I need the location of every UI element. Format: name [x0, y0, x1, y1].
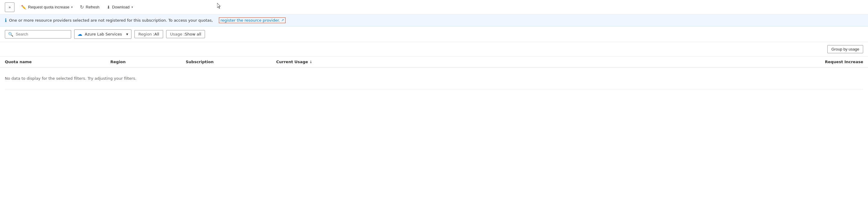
usage-filter-value: Show all: [185, 32, 201, 36]
region-header: Region: [110, 60, 126, 64]
service-dropdown-label: Azure Lab Services: [85, 32, 122, 36]
register-provider-link[interactable]: register the resource provider. ↗: [219, 17, 285, 23]
toolbar: » ✏️ Request quota increase ▾ ↻ Refresh …: [0, 0, 868, 14]
info-message-text: One or more resource providers selected …: [9, 18, 213, 23]
region-filter[interactable]: Region : All: [134, 30, 163, 38]
subscription-header: Subscription: [186, 60, 213, 64]
service-dropdown-chevron-icon: ▾: [126, 32, 128, 36]
col-region: Region: [110, 60, 186, 64]
register-provider-link-text: register the resource provider.: [220, 18, 280, 23]
col-request-increase: Request Increase: [382, 60, 863, 64]
main-container: » ✏️ Request quota increase ▾ ↻ Refresh …: [0, 0, 868, 213]
pencil-icon: ✏️: [21, 5, 26, 10]
table-body: No data to display for the selected filt…: [0, 68, 868, 89]
search-box[interactable]: 🔍: [5, 30, 71, 38]
request-quota-increase-button[interactable]: ✏️ Request quota increase ▾: [18, 3, 76, 11]
collapse-sidebar-button[interactable]: »: [5, 2, 14, 12]
azure-lab-services-icon: ☁: [78, 31, 82, 37]
service-dropdown[interactable]: ☁ Azure Lab Services ▾: [74, 30, 131, 39]
search-icon: 🔍: [8, 32, 13, 37]
bottom-separator: [5, 89, 863, 90]
download-button[interactable]: ⬇ Download ▾: [104, 3, 136, 11]
request-quota-chevron-icon: ▾: [71, 5, 73, 9]
col-quota-name: Quota name: [5, 60, 110, 64]
request-increase-header: Request Increase: [825, 60, 863, 64]
refresh-label: Refresh: [86, 5, 99, 9]
download-chevron-icon: ▾: [131, 5, 133, 9]
region-filter-value: All: [154, 32, 159, 36]
usage-filter[interactable]: Usage : Show all: [166, 30, 205, 38]
chevron-left-icon: »: [9, 5, 11, 9]
external-link-icon: ↗: [281, 19, 284, 22]
refresh-icon: ↻: [80, 4, 84, 10]
quota-name-header: Quota name: [5, 60, 32, 64]
table-header: Quota name Region Subscription Current U…: [0, 57, 868, 68]
request-quota-label: Request quota increase: [28, 5, 69, 9]
group-by-usage-label: Group by usage: [831, 47, 859, 51]
usage-filter-label: Usage: [170, 32, 182, 36]
group-by-usage-button[interactable]: Group by usage: [827, 45, 863, 53]
col-current-usage: Current Usage ↓: [276, 60, 382, 64]
col-subscription: Subscription: [186, 60, 276, 64]
current-usage-sort-icon[interactable]: ↓: [309, 60, 312, 64]
region-filter-label: Region: [138, 32, 152, 36]
info-circle-icon: ℹ: [5, 17, 7, 23]
group-by-area: Group by usage: [0, 42, 868, 57]
filters-row: 🔍 ☁ Azure Lab Services ▾ Region : All Us…: [0, 27, 868, 42]
download-label: Download: [112, 5, 130, 9]
current-usage-header: Current Usage: [276, 60, 308, 64]
search-input[interactable]: [16, 32, 68, 36]
refresh-button[interactable]: ↻ Refresh: [77, 2, 102, 12]
no-data-message: No data to display for the selected filt…: [5, 74, 863, 83]
info-banner: ℹ One or more resource providers selecte…: [0, 14, 868, 27]
download-icon: ⬇: [107, 5, 110, 10]
